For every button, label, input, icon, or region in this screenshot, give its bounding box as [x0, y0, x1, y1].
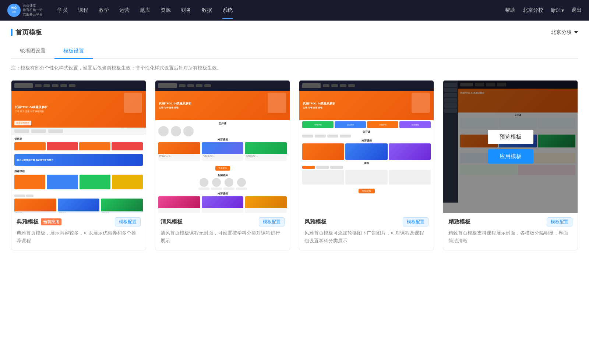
- nav-item-system[interactable]: 系统: [222, 6, 233, 15]
- template-name-jingzhi: 精致模板: [448, 218, 470, 225]
- template-desc-jingzhi: 精致首页模板支持课程展示封面，各模板分隔明显，界面简洁清晰: [448, 229, 572, 245]
- page-title: 首页模板: [15, 28, 42, 37]
- svg-point-0: [7, 4, 21, 17]
- template-name-row-jingzhi: 精致模板 模板配置: [448, 217, 572, 226]
- logo-text: 云朵课堂 教育机构一站 式服务云平台: [23, 4, 43, 17]
- template-name-qingfeng: 清风模板: [161, 218, 183, 225]
- template-name-row-qingfeng: 清风模板 模板配置: [161, 217, 285, 226]
- nav-item-operations[interactable]: 运营: [119, 6, 130, 15]
- tabs: 轮播图设置 模板设置: [11, 44, 578, 59]
- config-btn-fengya[interactable]: 模板配置: [403, 217, 428, 226]
- apply-btn-jingzhi[interactable]: 应用模板: [488, 149, 533, 164]
- tab-template[interactable]: 模板设置: [54, 44, 93, 59]
- branch-selector[interactable]: 北京分校: [551, 29, 578, 36]
- nav-help[interactable]: 帮助: [505, 7, 515, 14]
- nav-branch[interactable]: 北京分校: [523, 7, 543, 14]
- svg-text:云朵: 云朵: [11, 6, 17, 10]
- template-card-fengya: 托福TPO1-54真题及解析口语 写作 泛读 阅读 学科课程 企业培训 兴趣课程…: [299, 80, 434, 250]
- svg-text:课堂: 课堂: [12, 11, 16, 13]
- template-desc-qingfeng: 清风首页模板课程无封面，可设置按学科分类对课程进行展示: [161, 229, 285, 245]
- page-header: 首页模板 北京分校: [11, 28, 578, 37]
- template-hover-overlay-jingzhi: 预览模板 应用模板: [443, 81, 578, 213]
- template-desc-dianyan: 典雅首页模板，展示内容较多，可以展示优惠券和多个推荐课程: [17, 229, 141, 245]
- branch-chevron-icon: [574, 31, 578, 33]
- page-title-bar: [11, 29, 13, 36]
- template-name-row-dianyan: 典雅模板 当前应用 模板配置: [17, 217, 141, 226]
- template-name-dianyan: 典雅模板 当前应用: [17, 218, 61, 225]
- template-card-qingfeng: 托福TPO1-54真题及解析口语 写作 泛读 阅读 公开课 推荐课程 PyTor: [155, 80, 290, 250]
- template-card-jingzhi: 托福TPO1-54真题及解析 公开课: [443, 80, 578, 250]
- nav-item-teaching[interactable]: 教学: [99, 6, 109, 15]
- template-desc-fengya: 风雅首页模板可添加轮播图下广告图片，可对课程及课程包设置学科分类展示: [304, 229, 428, 245]
- template-preview-fengya: 托福TPO1-54真题及解析口语 写作 泛读 阅读 学科课程 企业培训 兴趣课程…: [299, 81, 434, 213]
- template-preview-qingfeng: 托福TPO1-54真题及解析口语 写作 泛读 阅读 公开课 推荐课程 PyTor: [155, 81, 290, 213]
- branch-name: 北京分校: [551, 29, 572, 36]
- template-info-dianyan: 典雅模板 当前应用 模板配置 典雅首页模板，展示内容较多，可以展示优惠券和多个推…: [11, 213, 146, 250]
- preview-btn-jingzhi[interactable]: 预览模板: [488, 130, 533, 144]
- template-name-row-fengya: 风雅模板 模板配置: [304, 217, 428, 226]
- nav-logout[interactable]: 退出: [571, 7, 582, 14]
- nav-item-course[interactable]: 课程: [78, 6, 88, 15]
- note-text: 注：模板有部分个性化样式设置，设置后仅当前模板生效；非个性化样式设置后针对所有模…: [11, 65, 578, 71]
- config-btn-jingzhi[interactable]: 模板配置: [547, 217, 572, 226]
- template-info-qingfeng: 清风模板 模板配置 清风首页模板课程无封面，可设置按学科分类对课程进行展示: [155, 213, 290, 250]
- logo: 云朵 课堂 云朵课堂 教育机构一站 式服务云平台: [7, 4, 43, 17]
- current-badge-dianyan: 当前应用: [41, 218, 61, 225]
- template-card-dianyan: 托福TPO1-54真题及解析口语 听力 泛读 句子 阅读写作 最新课程推荐 优惠…: [11, 80, 146, 250]
- nav-item-finance[interactable]: 财务: [181, 6, 191, 15]
- templates-grid: 托福TPO1-54真题及解析口语 听力 泛读 句子 阅读写作 最新课程推荐 优惠…: [11, 80, 578, 250]
- navbar-menu: 学员 课程 教学 运营 题库 资源 财务 数据 系统: [57, 6, 505, 15]
- template-info-jingzhi: 精致模板 模板配置 精致首页模板支持课程展示封面，各模板分隔明显，界面简洁清晰: [443, 213, 578, 250]
- page-container: 首页模板 北京分校 轮播图设置 模板设置 注：模板有部分个性化样式设置，设置后仅…: [0, 21, 589, 364]
- navbar: 云朵 课堂 云朵课堂 教育机构一站 式服务云平台 学员 课程 教学 运营 题库 …: [0, 0, 589, 21]
- nav-user[interactable]: lijt01▾: [551, 7, 564, 13]
- nav-item-student[interactable]: 学员: [57, 6, 68, 15]
- nav-item-resources[interactable]: 资源: [161, 6, 171, 15]
- navbar-right: 帮助 北京分校 lijt01▾ 退出: [505, 7, 582, 14]
- page-title-wrap: 首页模板: [11, 28, 42, 37]
- template-info-fengya: 风雅模板 模板配置 风雅首页模板可添加轮播图下广告图片，可对课程及课程包设置学科…: [299, 213, 434, 250]
- config-btn-qingfeng[interactable]: 模板配置: [259, 217, 285, 226]
- nav-item-questions[interactable]: 题库: [140, 6, 150, 15]
- template-name-fengya: 风雅模板: [304, 218, 327, 225]
- logo-icon: 云朵 课堂: [7, 4, 21, 17]
- config-btn-dianyan[interactable]: 模板配置: [115, 217, 141, 226]
- nav-item-data[interactable]: 数据: [202, 6, 212, 15]
- template-preview-dianyan: 托福TPO1-54真题及解析口语 听力 泛读 句子 阅读写作 最新课程推荐 优惠…: [11, 81, 146, 213]
- tab-carousel[interactable]: 轮播图设置: [11, 44, 54, 59]
- template-preview-jingzhi: 托福TPO1-54真题及解析 公开课: [443, 81, 578, 213]
